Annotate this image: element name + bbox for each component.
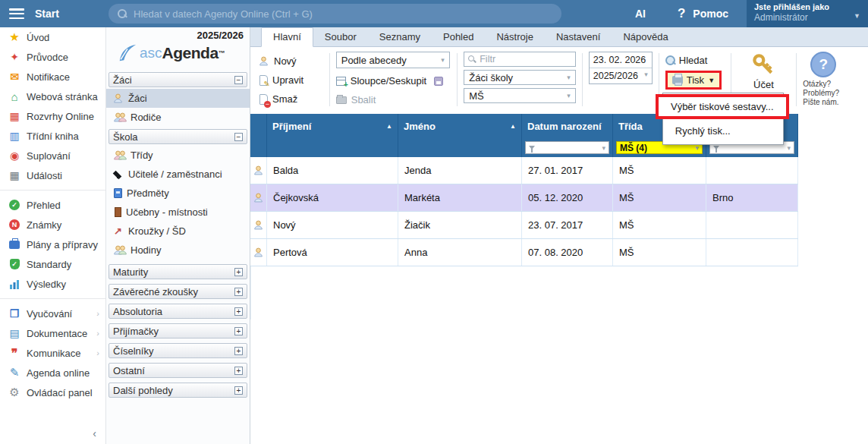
tree-section-dalsi-pohledy[interactable]: Další pohledy+	[108, 383, 247, 398]
tab-seznamy[interactable]: Seznamy	[368, 28, 432, 46]
tree-section-prijimacky[interactable]: Přijímačky+	[108, 323, 247, 339]
expand-plus-icon[interactable]: +	[234, 327, 243, 335]
lessons-group-icon	[112, 244, 126, 256]
sidebar-item-uvod[interactable]: Úvod	[0, 27, 105, 47]
tree-section-skola[interactable]: Škola−	[108, 129, 247, 144]
printer-icon	[672, 76, 683, 84]
save-layout-icon[interactable]	[434, 77, 443, 86]
ai-button[interactable]: AI	[635, 8, 646, 20]
user-menu[interactable]: Jste přihlášen jako Administrátor ▼	[747, 0, 868, 27]
columns-group-button[interactable]: Sloupce/Seskupit	[336, 71, 451, 90]
parents-icon	[112, 112, 126, 123]
cell-class: MŠ	[613, 157, 706, 184]
tree-section-maturity[interactable]: Maturity+	[108, 264, 247, 279]
student-row-icon	[250, 212, 267, 238]
tab-nastroje[interactable]: Nástroje	[485, 28, 544, 46]
edit-button[interactable]: Upravit	[258, 71, 323, 90]
search-button[interactable]: Hledat	[665, 52, 725, 68]
global-search-input[interactable]	[134, 8, 528, 20]
new-button[interactable]: Nový	[258, 52, 323, 71]
table-row[interactable]: Nový Žiačik 23. 07. 2017 MŠ	[250, 212, 798, 239]
cell-birthdate: 27. 01. 2017	[522, 157, 613, 184]
column-header-prijmeni[interactable]: Příjmení▲	[267, 114, 398, 157]
expand-plus-icon[interactable]: +	[234, 367, 243, 375]
collapse-minus-icon[interactable]: −	[234, 133, 243, 141]
tree-section-absolutoria[interactable]: Absolutoria+	[108, 304, 247, 319]
column-header-datum-narozeni[interactable]: Datum narození ▾	[522, 114, 613, 157]
bar-chart-icon	[8, 278, 21, 290]
tree-item-zaci[interactable]: Žáci	[106, 89, 250, 108]
expand-plus-icon[interactable]: +	[234, 386, 243, 395]
filter-input[interactable]	[480, 54, 563, 65]
delete-button[interactable]: Smaž	[258, 90, 323, 109]
print-menu-item-vyber-tiskove-sestavy[interactable]: Výběr tiskové sestavy...	[656, 94, 789, 119]
sidebar-item-dokumentace[interactable]: Dokumentace›	[0, 323, 105, 343]
expand-plus-icon[interactable]: +	[234, 347, 243, 355]
tab-napoveda[interactable]: Nápověda	[612, 28, 679, 46]
search-icon	[118, 9, 127, 18]
tab-soubor[interactable]: Soubor	[313, 28, 368, 46]
hamburger-menu-icon[interactable]	[9, 8, 24, 19]
tree-section-zaverecne-zkousky[interactable]: Závěrečné zkoušky+	[108, 284, 247, 299]
sidebar-item-tridni-kniha[interactable]: Třídní kniha	[0, 126, 105, 146]
sidebar-item-agenda-online[interactable]: Agenda online	[0, 363, 105, 383]
class-select[interactable]: MŠ▾	[464, 88, 576, 103]
sidebar-item-prehled[interactable]: ✓Přehled	[0, 195, 105, 215]
sort-asc-icon[interactable]: ▲	[386, 123, 392, 130]
current-date[interactable]: 23. 02. 2026	[590, 52, 652, 68]
table-row[interactable]: Balda Jenda 27. 01. 2017 MŠ	[250, 157, 798, 184]
start-button[interactable]: Start	[35, 8, 59, 20]
global-search[interactable]	[108, 4, 561, 24]
sidebar-item-komunikace[interactable]: Komunikace›	[0, 343, 105, 363]
contact-help-widget[interactable]: ? Otázky? Problémy? Pište nám.	[803, 52, 868, 112]
chevron-down-icon: ▾	[644, 71, 648, 81]
sidebar-item-vysledky[interactable]: Výsledky	[0, 274, 105, 294]
collapse-button[interactable]: Sbalit	[336, 90, 451, 109]
tree-section-zaci[interactable]: Žáci−	[108, 72, 247, 87]
chevron-down-icon: ▾	[787, 144, 791, 152]
print-menu-item-rychly-tisk[interactable]: Rychlý tisk...	[663, 119, 783, 144]
collapse-minus-icon[interactable]: −	[234, 76, 243, 84]
expand-plus-icon[interactable]: +	[234, 307, 243, 316]
table-row-selected[interactable]: Čejkovská Markéta 05. 12. 2020 MŠ Brno	[250, 184, 798, 212]
tree-item-rodice[interactable]: Rodiče	[106, 108, 250, 127]
sidebar-item-standardy[interactable]: ✓Standardy	[0, 254, 105, 274]
help-button[interactable]: Pomoc	[693, 8, 728, 20]
school-year-select[interactable]: 2025/2026▾	[590, 68, 652, 83]
sidebar-item-notifikace[interactable]: Notifikace	[0, 67, 105, 87]
tree-item-ucebny[interactable]: Učebny - místnosti	[106, 203, 250, 222]
print-button-highlighted[interactable]: Tisk▼	[665, 71, 722, 90]
tree-section-ciselniky[interactable]: Číselníky+	[108, 343, 247, 358]
sidebar-item-znamky[interactable]: NZnámky	[0, 215, 105, 235]
expand-plus-icon[interactable]: +	[234, 268, 243, 276]
sort-asc-icon[interactable]: ▲	[510, 123, 516, 130]
tab-pohled[interactable]: Pohled	[432, 28, 485, 46]
filter-input-box[interactable]	[464, 52, 576, 67]
sidebar-item-suplovani[interactable]: Suplování	[0, 146, 105, 165]
scope-select[interactable]: Žáci školy▾	[464, 70, 576, 85]
toolbar-separator	[796, 53, 797, 106]
sidebar-item-plany-a-pripravy[interactable]: Plány a přípravy	[0, 235, 105, 254]
tree-item-hodiny[interactable]: Hodiny	[106, 241, 250, 260]
tree-item-krouzky[interactable]: Kroužky / ŠD	[106, 222, 250, 241]
tree-section-ostatni[interactable]: Ostatní+	[108, 363, 247, 378]
birthdate-filter-dropdown[interactable]: ▾	[525, 141, 609, 154]
cell-birthplace	[706, 212, 798, 238]
tree-item-predmety[interactable]: Předměty	[106, 184, 250, 203]
table-row[interactable]: Pertová Anna 07. 08. 2020 MŠ	[250, 239, 798, 266]
column-header-jmeno[interactable]: Jméno▲	[398, 114, 522, 157]
sort-order-select[interactable]: Podle abecedy▾	[336, 52, 450, 68]
help-question-icon[interactable]: ?	[678, 6, 685, 21]
sidebar-item-webova-stranka[interactable]: Webová stránka	[0, 87, 105, 106]
tree-item-ucitele[interactable]: Učitelé / zaměstnanci	[106, 165, 250, 184]
tab-hlavni[interactable]: Hlavní	[261, 27, 313, 47]
sidebar-item-pruvodce[interactable]: Průvodce	[0, 47, 105, 67]
sidebar-item-udalosti[interactable]: Události	[0, 165, 105, 185]
sidebar-collapse-arrow[interactable]: ‹	[93, 427, 96, 439]
expand-plus-icon[interactable]: +	[234, 288, 243, 296]
sidebar-item-rozvrhy-online[interactable]: Rozvrhy Online	[0, 106, 105, 126]
sidebar-item-vyucovani[interactable]: Vyučování›	[0, 304, 105, 323]
sidebar-item-ovladaci-panel[interactable]: Ovládací panel	[0, 383, 105, 402]
tab-nastaveni[interactable]: Nastavení	[545, 28, 612, 46]
tree-item-tridy[interactable]: Třídy	[106, 146, 250, 165]
